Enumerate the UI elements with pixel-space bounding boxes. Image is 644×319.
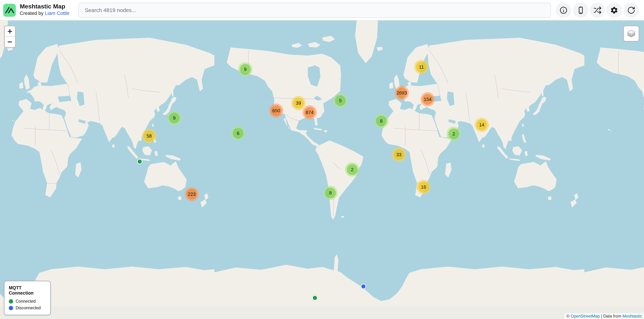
osm-link[interactable]: OpenStreetMap [571,314,600,319]
cluster-marker[interactable]: 16 [416,180,431,194]
attribution-middle: | Data from [600,314,622,319]
cluster-count: 5 [335,95,346,106]
cluster-count: 6 [233,128,244,139]
cluster-count: 154 [422,94,433,105]
cluster-count: 2693 [396,87,407,98]
map-tiles [0,20,644,319]
cluster-marker[interactable]: 11 [414,60,428,74]
mqtt-legend-title: MQTT Connection [9,285,46,296]
cluster-count: 9 [240,64,251,75]
refresh-icon [627,6,636,14]
node-marker-connected[interactable] [137,159,142,164]
cluster-count: 39 [293,98,304,108]
zoom-control: + − [4,25,16,48]
mqtt-legend: MQTT Connection ConnectedDisconnected [4,281,51,315]
node-marker-disconnected[interactable] [361,284,366,289]
author-link[interactable]: Liam Cottle [45,10,70,16]
cluster-marker[interactable]: 5 [333,93,348,108]
cluster-marker[interactable]: 650 [269,103,283,118]
legend-dot [9,306,13,310]
zoom-out-button[interactable]: − [5,37,15,47]
cluster-marker[interactable]: 2 [345,162,360,177]
attribution-copyright: © [566,314,570,319]
layers-button[interactable] [623,25,639,42]
cluster-count: 9 [169,113,180,123]
cluster-count: 650 [271,105,282,116]
cluster-marker[interactable]: 8 [323,186,338,200]
cluster-marker[interactable]: 8 [374,114,388,128]
zoom-in-button[interactable]: + [5,26,15,37]
refresh-button[interactable] [624,2,639,18]
settings-button[interactable] [606,2,622,18]
cluster-count: 14 [476,119,487,130]
cluster-count: 58 [144,131,154,141]
cluster-count: 223 [186,189,197,200]
map-canvas[interactable]: 911269315439565087481492658332168223 + −… [0,20,644,319]
byline-prefix: Created by [20,10,45,16]
cluster-marker[interactable]: 9 [167,111,182,125]
random-node-button[interactable] [590,2,605,18]
cluster-marker[interactable]: 14 [474,118,489,132]
smartphone-icon [576,6,585,14]
legend-item: Disconnected [9,306,46,310]
cluster-count: 2 [448,128,459,139]
cluster-marker[interactable]: 9 [238,62,252,76]
layers-icon [626,28,636,39]
cluster-count: 11 [416,62,427,72]
cluster-marker[interactable]: 2 [446,127,461,141]
cluster-marker[interactable]: 2693 [394,86,409,100]
meshtastic-link[interactable]: Meshtastic [622,314,642,319]
cluster-count: 874 [304,107,315,118]
legend-label: Connected [16,299,36,304]
info-icon [559,6,568,14]
mobile-app-button[interactable] [573,2,588,18]
cluster-count: 8 [376,116,387,126]
cluster-marker[interactable]: 874 [302,105,317,120]
meshtastic-logo-icon [3,4,16,17]
cluster-marker[interactable]: 6 [231,126,245,140]
legend-dot [9,299,13,304]
shuffle-icon [593,6,602,14]
cluster-count: 33 [394,149,404,160]
node-marker-connected[interactable] [312,295,318,301]
legend-label: Disconnected [16,306,40,310]
cluster-count: 16 [418,182,429,192]
legend-item: Connected [9,299,46,304]
gear-icon [610,6,618,14]
cluster-marker[interactable]: 39 [291,96,306,110]
cluster-count: 2 [347,164,358,175]
info-button[interactable] [556,2,571,18]
byline: Created by Liam Cottle [20,10,69,16]
cluster-count: 8 [325,188,336,198]
map-attribution: © OpenStreetMap | Data from Meshtastic [564,313,644,319]
cluster-marker[interactable]: 33 [392,147,406,162]
cluster-marker[interactable]: 154 [420,92,435,106]
page-title: Meshtastic Map [20,2,69,10]
cluster-marker[interactable]: 58 [142,129,156,143]
search-input[interactable] [78,3,551,18]
app-header: Meshtastic Map Created by Liam Cottle [0,0,644,20]
cluster-marker[interactable]: 223 [184,187,199,201]
